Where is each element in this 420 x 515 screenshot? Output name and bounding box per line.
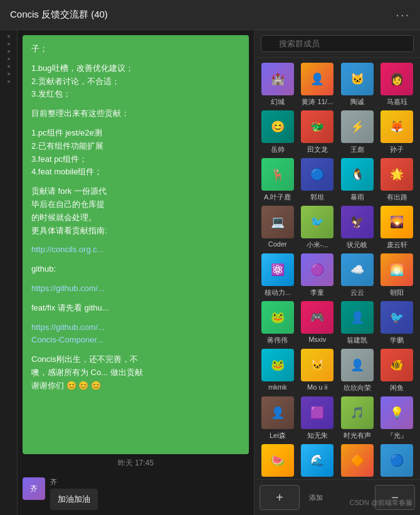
member-item[interactable]: 👤翁建凯 bbox=[339, 301, 375, 345]
msg-link3[interactable]: https://github.com/...Concis-Componer... bbox=[31, 321, 240, 348]
member-item[interactable]: ⚡王彪 bbox=[339, 110, 375, 154]
member-item[interactable]: 🐱陶诚 bbox=[339, 63, 375, 107]
member-item[interactable]: 🦌A.叶子鹿 bbox=[260, 158, 296, 202]
sidebar-dot bbox=[8, 50, 10, 53]
minus-icon: − bbox=[391, 491, 399, 505]
more-options-icon[interactable]: ··· bbox=[396, 8, 410, 22]
member-avatar: 🐲 bbox=[301, 110, 333, 143]
member-name: 王彪 bbox=[340, 145, 375, 154]
member-item[interactable]: 🎮Msxiv bbox=[300, 301, 336, 345]
member-item[interactable]: 🐸蒋伟伟 bbox=[260, 301, 296, 345]
member-name: 马嘉珏 bbox=[379, 97, 414, 107]
member-item[interactable]: 🐦学鹏 bbox=[379, 301, 416, 345]
member-item[interactable]: ☁️云云 bbox=[339, 253, 375, 297]
msg-link1[interactable]: http://concils.org.c... bbox=[31, 243, 240, 257]
member-item[interactable]: 💡『光』 bbox=[379, 396, 416, 440]
member-name: Lei森 bbox=[260, 431, 295, 440]
user-avatar: 齐 bbox=[23, 477, 45, 500]
member-item[interactable]: 👩马嘉珏 bbox=[379, 63, 416, 107]
member-avatar: 👤 bbox=[341, 349, 374, 381]
member-item[interactable]: 😊岳帅 bbox=[260, 110, 296, 154]
member-item[interactable]: 👤黄涛 11/... bbox=[300, 63, 336, 107]
member-avatar: ⚛️ bbox=[261, 253, 294, 286]
member-avatar: 💻 bbox=[261, 206, 294, 238]
member-avatar: 🎮 bbox=[301, 301, 333, 334]
member-item[interactable]: 🐧暴雨 bbox=[339, 158, 375, 202]
user-bubble: 加油加油 bbox=[50, 489, 98, 510]
member-name: 孙子 bbox=[379, 145, 414, 154]
member-item[interactable]: 🌅朝阳 bbox=[379, 253, 416, 297]
add-label: 添加 bbox=[303, 485, 328, 510]
member-item[interactable]: 🦊孙子 bbox=[379, 110, 416, 154]
member-item[interactable]: 🔵郭坦 bbox=[300, 158, 336, 202]
member-avatar: 🐱 bbox=[301, 349, 333, 381]
member-name: 岳帅 bbox=[260, 145, 295, 154]
member-item[interactable]: 👤欣欣向荣 bbox=[339, 349, 375, 393]
sidebar-dot bbox=[8, 73, 10, 75]
members-grid: 🏰幻城👤黄涛 11/...🐱陶诚👩马嘉珏😊岳帅🐲田文龙⚡王彪🦊孙子🦌A.叶子鹿🔵… bbox=[255, 58, 420, 479]
member-avatar: 🔵 bbox=[381, 444, 413, 477]
remove-member-button[interactable]: − bbox=[375, 485, 415, 510]
plus-icon: + bbox=[276, 491, 283, 505]
member-item[interactable]: 🌟有出路 bbox=[379, 158, 416, 202]
member-name: 小米-... bbox=[300, 240, 335, 250]
member-avatar: 🌄 bbox=[381, 206, 413, 238]
member-name: 时光有声 bbox=[340, 431, 375, 440]
member-item[interactable]: 🐱Mo u ii bbox=[300, 349, 336, 393]
msg-line1: 子； bbox=[31, 43, 240, 56]
chat-area: 子； 1.bug吐槽，改善优化建议； 2.贡献者讨论，不合适； 3.发红包； 目… bbox=[18, 30, 254, 515]
member-actions: + 添加 − bbox=[255, 479, 420, 515]
member-avatar: 💡 bbox=[381, 396, 413, 429]
member-name: A.叶子鹿 bbox=[260, 193, 295, 202]
green-message-bubble: 子； 1.bug吐槽，改善优化建议； 2.贡献者讨论，不合适； 3.发红包； 目… bbox=[23, 35, 249, 454]
member-item[interactable]: 🟣李童 bbox=[300, 253, 336, 297]
member-name: 田文龙 bbox=[300, 145, 335, 154]
member-name: Msxiv bbox=[300, 336, 335, 343]
member-name: Coder bbox=[260, 240, 295, 248]
member-item[interactable]: 🌊March bbox=[300, 444, 336, 479]
member-item[interactable]: 🐲田文龙 bbox=[300, 110, 336, 154]
message-timestamp: 昨天 17:45 bbox=[18, 454, 254, 472]
member-avatar: 🐠 bbox=[381, 349, 413, 381]
member-avatar: 👩 bbox=[381, 63, 413, 95]
msg-link2[interactable]: https://github.com/... bbox=[31, 282, 240, 295]
member-avatar: 🦅 bbox=[341, 206, 374, 238]
member-item[interactable]: ⚛️核动力... bbox=[260, 253, 296, 297]
member-item[interactable]: 🟪知无朱 bbox=[300, 396, 336, 440]
member-name: 庞云轩 bbox=[379, 240, 414, 250]
member-item[interactable]: 🦅状元岐 bbox=[339, 206, 375, 250]
add-member-button[interactable]: + bbox=[260, 485, 300, 510]
member-item[interactable]: 🐦小米-... bbox=[300, 206, 336, 250]
member-avatar: 🐸 bbox=[261, 301, 294, 334]
sidebar-dot bbox=[8, 43, 10, 45]
member-item[interactable]: 🐠闲鱼 bbox=[379, 349, 416, 393]
msg-section6: Concis刚出生，还不完善，不 噢，感谢所有为 Co... 做出贡献 谢谢你们… bbox=[31, 353, 240, 392]
member-avatar: 🌊 bbox=[301, 444, 333, 477]
member-name: 状元岐 bbox=[340, 240, 375, 250]
member-item[interactable]: 💻Coder bbox=[260, 206, 296, 250]
member-item[interactable]: 🔶CGW bbox=[339, 444, 375, 479]
member-item[interactable]: 🍉今晚恰啥 bbox=[260, 444, 296, 479]
member-name: 朝阳 bbox=[379, 288, 414, 297]
member-avatar: 👤 bbox=[261, 396, 294, 429]
member-name: 知无朱 bbox=[300, 431, 335, 440]
member-name: Mo u ii bbox=[300, 383, 335, 391]
member-name: 闲鱼 bbox=[379, 383, 414, 393]
member-item[interactable]: 🎵时光有声 bbox=[339, 396, 375, 440]
member-item[interactable]: 🐸mkmk bbox=[260, 349, 296, 393]
member-item[interactable]: 👤Lei森 bbox=[260, 396, 296, 440]
member-item[interactable]: 🏰幻城 bbox=[260, 63, 296, 107]
member-item[interactable]: 🔵Alfred bbox=[379, 444, 416, 479]
search-input[interactable] bbox=[261, 35, 414, 52]
member-name: 幻城 bbox=[260, 97, 295, 107]
sidebar-dot bbox=[8, 65, 10, 68]
member-item[interactable]: 🌄庞云轩 bbox=[379, 206, 416, 250]
member-name: 蒋伟伟 bbox=[260, 336, 295, 345]
member-name: 学鹏 bbox=[379, 336, 414, 345]
member-avatar: 🟪 bbox=[301, 396, 333, 429]
member-name: 翁建凯 bbox=[340, 336, 375, 345]
member-avatar: ☁️ bbox=[341, 253, 374, 286]
left-sidebar bbox=[0, 30, 18, 515]
member-name: 郭坦 bbox=[300, 193, 335, 202]
member-name: 有出路 bbox=[379, 193, 414, 202]
